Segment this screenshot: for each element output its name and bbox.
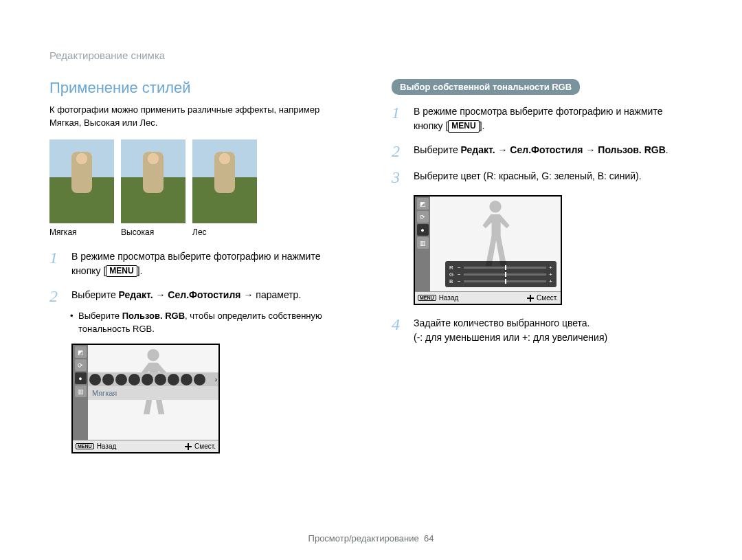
sample-images (49, 139, 350, 223)
palette-icon: ● (75, 372, 87, 384)
plus-icon: + (549, 265, 552, 271)
menu-mini-icon: MENU (76, 443, 94, 449)
step-number: 2 (49, 288, 62, 304)
step-number: 2 (392, 143, 404, 159)
right-step-3: 3 Выберите цвет (R: красный, G: зеленый,… (392, 169, 693, 186)
crop-icon: ◩ (75, 346, 87, 358)
back-label: Назад (439, 294, 459, 302)
menu-mini-icon: MENU (418, 295, 436, 301)
rgb-channel-g: G (449, 271, 455, 278)
right-step-4: 4 Задайте количество выбранного цвета. (… (392, 316, 693, 345)
rotate-icon: ⟳ (417, 211, 429, 223)
right-step-2: 2 Выберите Редакт. → Сел.Фотостиля → Пол… (392, 143, 693, 159)
dpad-icon (527, 295, 534, 302)
step-text: → параметр. (241, 289, 302, 300)
step-text: ]. (480, 120, 485, 131)
step-text: → (583, 144, 598, 155)
footer-label: Просмотр/редактирование (308, 533, 419, 544)
left-column: Применение стилей К фотографии можно при… (49, 79, 350, 453)
step-text: ]. (137, 265, 143, 276)
minus-icon: − (458, 271, 461, 278)
left-bullet: Выберите Пользов. RGB, чтобы определить … (70, 310, 350, 336)
left-step-1: 1 В режиме просмотра выберите фотографию… (49, 249, 350, 278)
right-step-1: 1 В режиме просмотра выберите фотографию… (392, 104, 693, 133)
screen-canvas: R − + G − + (430, 197, 561, 291)
step-text: Выберите (71, 289, 119, 300)
screen-sidebar: ◩ ⟳ ● ▥ (415, 197, 430, 291)
step-number: 3 (392, 169, 404, 186)
step-text: . (666, 144, 668, 155)
style-chip (128, 374, 140, 385)
style-chip (102, 374, 114, 385)
rgb-badge: Выбор собственной тональности RGB (392, 79, 580, 95)
step-text: → (153, 289, 168, 300)
plus-icon: + (549, 271, 552, 278)
sample-high (121, 139, 186, 223)
style-chip (181, 374, 192, 385)
style-chip (142, 374, 153, 385)
sample-labels: Мягкая Высокая Лес (49, 227, 350, 237)
rgb-slider (464, 267, 547, 269)
rgb-slider (464, 280, 547, 282)
menu-button-label: MENU (106, 265, 137, 278)
bullet-bold: Пользов. RGB (122, 311, 185, 321)
step-bold: Пользов. RGB (598, 144, 665, 155)
step-number: 1 (392, 104, 404, 133)
step-bold: Сел.Фотостиля (510, 144, 583, 155)
breadcrumb: Редактирование снимка (49, 49, 693, 61)
sample-forest (192, 139, 257, 223)
bullet-text: Выберите (78, 311, 122, 321)
move-label: Смест. (194, 443, 216, 450)
step-text: Выберите (414, 144, 461, 155)
label-soft: Мягкая (49, 227, 114, 237)
dpad-icon (185, 443, 192, 450)
step-bold: Редакт. (119, 289, 153, 300)
screen-canvas: › Мягкая (88, 345, 218, 440)
screen-sidebar: ◩ ⟳ ● ▥ (73, 345, 88, 440)
page-footer: Просмотр/редактирование 64 (0, 533, 742, 544)
step-text: Выберите цвет (R: красный, G: зеленый, B… (414, 169, 693, 186)
plus-icon: + (549, 278, 552, 284)
camera-screen-styles: ◩ ⟳ ● ▥ (71, 344, 220, 453)
style-chip (155, 374, 166, 385)
style-chip (168, 374, 179, 385)
step-bold: Редакт. (461, 144, 495, 155)
screen-bottom-bar: MENU Назад Смест. (415, 291, 561, 304)
rgb-channel-r: R (449, 265, 455, 271)
step-number: 1 (49, 249, 62, 278)
right-column: Выбор собственной тональности RGB 1 В ре… (392, 79, 693, 453)
levels-icon: ▥ (417, 237, 429, 249)
step-text: (-: для уменьшения или +: для увеличения… (414, 332, 607, 343)
camera-screen-rgb: ◩ ⟳ ● ▥ R − (414, 195, 562, 305)
label-forest: Лес (192, 227, 257, 237)
left-step-2: 2 Выберите Редакт. → Сел.Фотостиля → пар… (49, 288, 350, 304)
rgb-panel: R − + G − + (445, 261, 556, 287)
rgb-slider (464, 273, 547, 276)
style-chip-row: › (88, 372, 218, 386)
intro-text: К фотографии можно применить различные э… (49, 104, 350, 130)
back-label: Назад (97, 443, 117, 450)
menu-button-label: MENU (448, 120, 479, 133)
palette-icon: ● (417, 224, 429, 236)
sample-soft (49, 139, 114, 223)
step-number: 4 (392, 316, 404, 345)
rotate-icon: ⟳ (75, 359, 87, 371)
style-chip (89, 374, 101, 385)
style-chip (194, 374, 205, 385)
style-active-label: Мягкая (88, 386, 218, 400)
chevron-right-icon: › (215, 376, 217, 383)
levels-icon: ▥ (75, 385, 87, 397)
minus-icon: − (458, 278, 461, 284)
footer-page: 64 (424, 533, 434, 544)
rgb-channel-b: B (449, 278, 455, 284)
move-label: Смест. (537, 294, 558, 302)
section-title: Применение стилей (49, 79, 350, 97)
style-chip (115, 374, 127, 385)
step-text: → (495, 144, 510, 155)
label-high: Высокая (121, 227, 186, 237)
step-text: Задайте количество выбранного цвета. (414, 317, 590, 328)
step-bold: Сел.Фотостиля (168, 289, 240, 300)
screen-bottom-bar: MENU Назад Смест. (73, 440, 218, 452)
crop-icon: ◩ (417, 198, 429, 210)
minus-icon: − (458, 265, 461, 271)
